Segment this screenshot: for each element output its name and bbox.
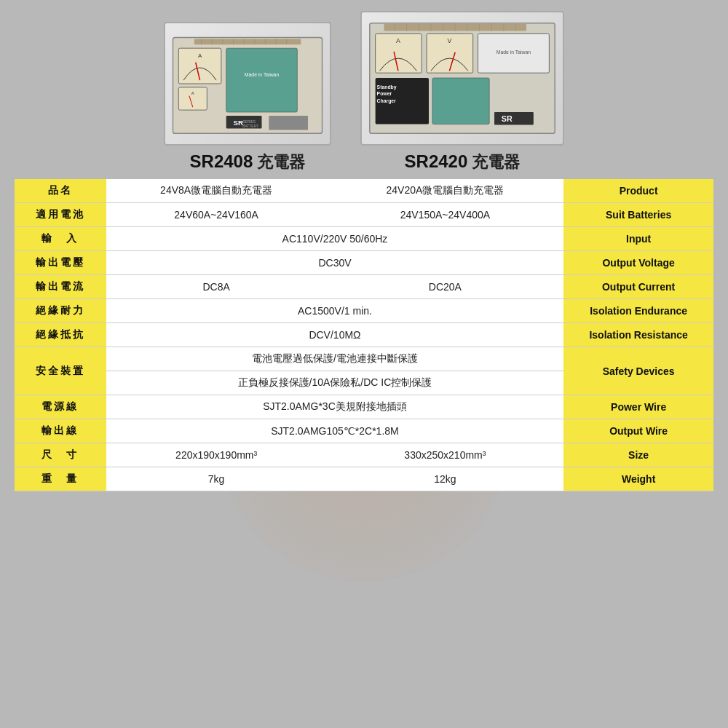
label-product: 品名 [15, 179, 106, 203]
value-sr2408-product: 24V8A微電腦自動充電器 [106, 179, 327, 203]
value-sr2420-weight: 12kg [327, 467, 564, 491]
value-output-voltage: DC30V [106, 251, 564, 275]
english-output-current: Output Current [563, 275, 713, 299]
svg-rect-17 [226, 48, 298, 112]
value-sr2420-product: 24V20A微電腦自動充電器 [327, 179, 564, 203]
product-sr2420: A V Made in Taiwan Standby [360, 11, 564, 173]
label-size: 尺 寸 [15, 443, 106, 467]
label-output-current: 輸出電流 [15, 275, 106, 299]
specs-table: 品名 24V8A微電腦自動充電器 24V20A微電腦自動充電器 Product … [15, 179, 713, 491]
table-row-output-voltage: 輸出電壓 DC30V Output Voltage [15, 251, 713, 275]
label-input: 輸 入 [15, 227, 106, 251]
svg-text:A: A [198, 52, 202, 59]
model-sr2420: SR2420 [405, 151, 468, 171]
english-size: Size [563, 443, 713, 467]
page-wrapper: A A Made in Taiwan SR SERIES [0, 0, 728, 728]
english-safety-devices: Safety Devices [563, 347, 713, 395]
svg-text:A: A [396, 37, 400, 44]
english-isolation-resistance: Isolation Resistance [563, 323, 713, 347]
table-row-output-wire: 輸出線 SJT2.0AMG105℃*2C*1.8M Output Wire [15, 419, 713, 443]
english-isolation-endurance: Isolation Endurance [563, 299, 713, 323]
value-isolation-endurance: AC1500V/1 min. [106, 299, 564, 323]
label-output-voltage: 輸出電壓 [15, 251, 106, 275]
value-isolation-resistance: DCV/10MΩ [106, 323, 564, 347]
english-input: Input [563, 227, 713, 251]
value-safety-devices-line2: 正負極反接保護/10A保險私/DC IC控制保護 [106, 371, 564, 395]
content-wrapper: A A Made in Taiwan SR SERIES [15, 7, 713, 491]
value-sr2408-weight: 7kg [106, 467, 327, 491]
svg-text:Made in Taiwan: Made in Taiwan [245, 72, 280, 77]
products-area: A A Made in Taiwan SR SERIES [15, 11, 713, 173]
product-image-sr2420: A V Made in Taiwan Standby [360, 11, 564, 146]
value-sr2420-output-current: DC20A [327, 275, 564, 299]
english-batteries: Suit Batteries [563, 203, 713, 227]
value-sr2420-batteries: 24V150A~24V400A [327, 203, 564, 227]
svg-text:Charger: Charger [377, 98, 397, 104]
label-output-wire: 輸出線 [15, 419, 106, 443]
english-power-wire: Power Wire [563, 395, 713, 419]
value-sr2408-batteries: 24V60A~24V160A [106, 203, 327, 227]
svg-rect-49 [432, 78, 489, 124]
model-sr2420-suffix: 充電器 [467, 153, 520, 171]
svg-text:V: V [447, 37, 451, 44]
value-output-wire: SJT2.0AMG105℃*2C*1.8M [106, 419, 564, 443]
label-weight: 重 量 [15, 467, 106, 491]
english-product: Product [563, 179, 713, 203]
label-batteries: 適用電池 [15, 203, 106, 227]
svg-rect-23 [269, 116, 308, 130]
svg-text:SERIES: SERIES [242, 120, 256, 124]
value-sr2408-size: 220x190x190mm³ [106, 443, 327, 467]
product-sr2420-title: SR2420 充電器 [405, 151, 521, 173]
svg-text:SR: SR [233, 119, 243, 127]
svg-text:BATTERY: BATTERY [242, 124, 259, 128]
value-safety-devices-line1: 電池電壓過低保護/電池連接中斷保護 [106, 347, 564, 371]
svg-rect-1 [194, 39, 301, 44]
label-power-wire: 電源線 [15, 395, 106, 419]
svg-rect-50 [494, 112, 534, 125]
table-row-product: 品名 24V8A微電腦自動充電器 24V20A微電腦自動充電器 Product [15, 179, 713, 203]
english-output-wire: Output Wire [563, 419, 713, 443]
table-row-output-current: 輸出電流 DC8A DC20A Output Current [15, 275, 713, 299]
svg-text:SR: SR [502, 114, 513, 123]
value-sr2420-size: 330x250x210mm³ [327, 443, 564, 467]
product-sr2408-title: SR2408 充電器 [190, 151, 306, 173]
english-output-voltage: Output Voltage [563, 251, 713, 275]
product-image-sr2408: A A Made in Taiwan SR SERIES [164, 22, 331, 146]
table-row-safety-devices: 安全裝置 電池電壓過低保護/電池連接中斷保護 Safety Devices [15, 347, 713, 371]
table-row-weight: 重 量 7kg 12kg Weight [15, 467, 713, 491]
label-isolation-resistance: 絕緣抵抗 [15, 323, 106, 347]
label-safety-devices: 安全裝置 [15, 347, 106, 395]
product-sr2408: A A Made in Taiwan SR SERIES [164, 22, 331, 173]
model-sr2408: SR2408 [190, 151, 253, 171]
svg-text:Made in Taiwan: Made in Taiwan [496, 50, 531, 55]
value-power-wire: SJT2.0AMG*3C美規附接地插頭 [106, 395, 564, 419]
svg-text:Power: Power [377, 91, 392, 96]
svg-text:A: A [191, 91, 194, 95]
english-weight: Weight [563, 467, 713, 491]
table-row-batteries: 適用電池 24V60A~24V160A 24V150A~24V400A Suit… [15, 203, 713, 227]
value-sr2408-output-current: DC8A [106, 275, 327, 299]
model-sr2408-suffix: 充電器 [253, 153, 305, 171]
table-row-input: 輸 入 AC110V/220V 50/60Hz Input [15, 227, 713, 251]
table-row-isolation-resistance: 絕緣抵抗 DCV/10MΩ Isolation Resistance [15, 323, 713, 347]
value-input: AC110V/220V 50/60Hz [106, 227, 564, 251]
table-row-size: 尺 寸 220x190x190mm³ 330x250x210mm³ Size [15, 443, 713, 467]
table-row-power-wire: 電源線 SJT2.0AMG*3C美規附接地插頭 Power Wire [15, 395, 713, 419]
table-row-isolation-endurance: 絕緣耐力 AC1500V/1 min. Isolation Endurance [15, 299, 713, 323]
label-isolation-endurance: 絕緣耐力 [15, 299, 106, 323]
svg-text:Standby: Standby [377, 84, 397, 90]
